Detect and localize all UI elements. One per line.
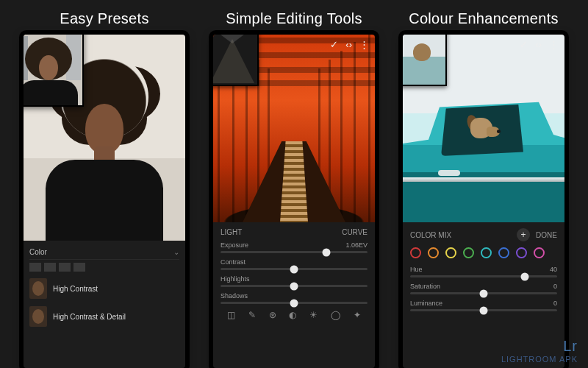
heading-colour: Colour Enhancements [409, 10, 559, 27]
col-presets: Easy Presets Color ⌄ [18, 10, 191, 368]
dropdown-label: Color [29, 248, 47, 256]
slider-highlights[interactable]: Highlights [220, 275, 368, 287]
eyedropper-icon[interactable]: + [517, 228, 530, 241]
heading-editing: Simple Editing Tools [226, 10, 362, 27]
slider-knob[interactable] [480, 306, 488, 314]
preset-thumb [29, 278, 47, 299]
slider-knob[interactable] [290, 299, 298, 307]
confirm-icon[interactable]: ✓ [330, 39, 338, 50]
preset-name: High Contrast [53, 285, 179, 293]
preset-item[interactable]: High Contrast [29, 275, 179, 302]
phone-presets: Color ⌄ High Contrast High Contrast & De… [24, 35, 185, 368]
light-tab[interactable]: LIGHT [220, 228, 242, 236]
color-mix-panel: COLOR MIX + DONE Hue [403, 222, 564, 368]
swatch-purple[interactable] [516, 247, 527, 258]
slider-shadows[interactable]: Shadows [220, 292, 368, 304]
slider-knob[interactable] [323, 248, 331, 256]
slider-saturation[interactable]: Saturation0 [410, 283, 557, 294]
crop-icon[interactable]: ◫ [227, 310, 235, 320]
chevron-down-icon: ⌄ [173, 248, 179, 256]
brush-icon[interactable]: ✎ [248, 310, 256, 320]
preset-item[interactable]: High Contrast & Detail [29, 302, 179, 330]
preset-category-dropdown[interactable]: Color ⌄ [29, 245, 179, 260]
swatch-orange[interactable] [428, 247, 439, 258]
more-icon[interactable]: ⋮ [359, 39, 369, 50]
slider-knob[interactable] [290, 282, 298, 290]
editing-before-thumb[interactable] [213, 35, 259, 86]
bottom-toolbar: ◫ ✎ ⊛ ◐ ☀ ◯ ✦ [220, 310, 368, 320]
curve-button[interactable]: CURVE [342, 228, 368, 236]
promo-stage: Easy Presets Color ⌄ [0, 0, 588, 368]
swatch-magenta[interactable] [534, 247, 545, 258]
swatch-aqua[interactable] [481, 247, 492, 258]
histogram-strip [29, 260, 179, 275]
slider-exposure[interactable]: Exposure1.06EV [220, 241, 368, 253]
dog-subject [465, 113, 504, 153]
heading-presets: Easy Presets [60, 10, 148, 27]
preset-thumb [29, 306, 47, 327]
swatch-green[interactable] [463, 247, 474, 258]
more-icon[interactable]: ⋮ [549, 39, 559, 50]
slider-knob[interactable] [521, 272, 529, 280]
slider-knob[interactable] [290, 265, 298, 273]
effects-icon[interactable]: ✦ [354, 310, 361, 320]
light-icon[interactable]: ☀ [309, 310, 318, 320]
preset-main-photo[interactable] [24, 35, 185, 241]
col-editing: Simple Editing Tools ✓ ‹› ⋮ LIGHT CURVE [207, 10, 381, 368]
colour-main-photo[interactable]: ✓ ‹› ⋮ [403, 35, 564, 222]
col-colour: Colour Enhancements ✓ ‹› ⋮ [397, 10, 570, 368]
slider-knob[interactable] [480, 289, 488, 297]
editing-main-photo[interactable]: ✓ ‹› ⋮ [213, 35, 375, 222]
phone-colour: ✓ ‹› ⋮ COLOR MIX + DONE [403, 35, 564, 368]
confirm-icon[interactable]: ✓ [520, 39, 528, 50]
phone-editing: ✓ ‹› ⋮ LIGHT CURVE Exposure1.06EV Contra… [213, 35, 375, 368]
preset-before-thumb[interactable] [24, 35, 84, 107]
swatch-yellow[interactable] [445, 247, 456, 258]
slider-luminance[interactable]: Luminance0 [410, 300, 557, 311]
heal-icon[interactable]: ⊛ [269, 310, 276, 320]
preset-name: High Contrast & Detail [53, 313, 179, 321]
share-icon[interactable]: ‹› [535, 39, 542, 50]
swatch-red[interactable] [410, 247, 421, 258]
filter-icon[interactable]: ◐ [289, 310, 296, 320]
colour-before-thumb[interactable] [403, 35, 447, 86]
slider-contrast[interactable]: Contrast [220, 258, 368, 270]
light-panel: LIGHT CURVE Exposure1.06EV Contrast High… [213, 222, 375, 368]
car-subject [403, 97, 564, 222]
presets-panel: Color ⌄ High Contrast High Contrast & De… [24, 241, 185, 368]
slider-hue[interactable]: Hue40 [410, 266, 557, 277]
share-icon[interactable]: ‹› [345, 39, 352, 50]
done-button[interactable]: DONE [536, 231, 557, 239]
swatch-blue[interactable] [498, 247, 509, 258]
color-icon[interactable]: ◯ [331, 310, 340, 320]
colour-swatch-row [410, 247, 557, 258]
colormix-tab[interactable]: COLOR MIX [410, 231, 451, 239]
